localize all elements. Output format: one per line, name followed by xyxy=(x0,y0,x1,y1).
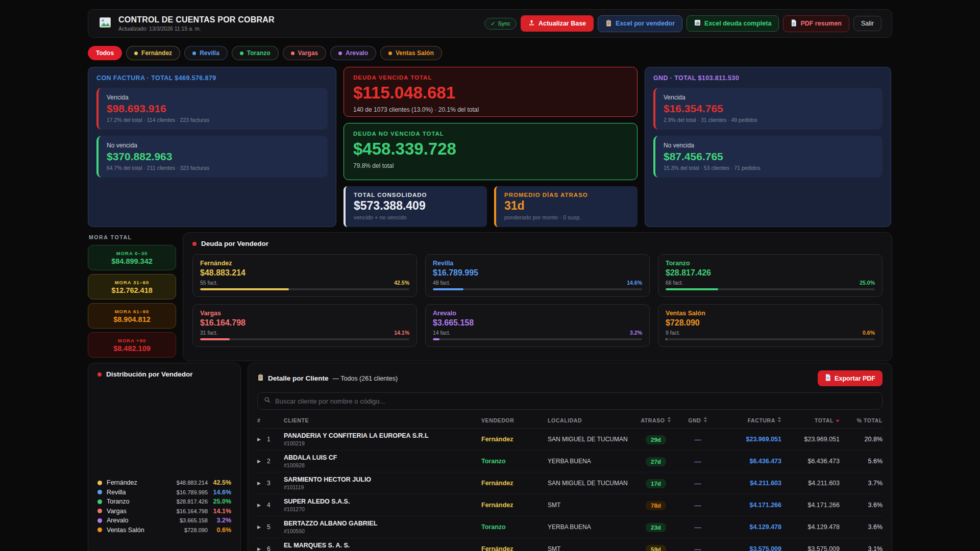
table-title: Detalle por Cliente xyxy=(268,374,329,382)
vendor-progress-fill xyxy=(200,338,230,340)
client-vendor: Fernández xyxy=(481,436,548,443)
vendor-progress-fill xyxy=(666,288,718,290)
vendor-filter-pill[interactable]: Todos xyxy=(88,46,122,60)
mora-bucket-card[interactable]: MORA 0–30 $84.899.342 xyxy=(88,245,176,270)
column-header[interactable]: LOCALIDAD xyxy=(548,417,630,423)
vendor-filter-pill[interactable]: Fernández xyxy=(126,46,180,60)
vendor-debt-card[interactable]: Revilla $16.789.995 48 fact. 14.6% xyxy=(425,254,650,297)
vendor-color-dot xyxy=(240,52,243,55)
legend-item[interactable]: Fernández $48.883.214 42.5% xyxy=(97,478,231,488)
expand-row-icon[interactable]: ▶ xyxy=(257,503,261,508)
gnd-title: GND · TOTAL $103.811.530 xyxy=(653,74,883,82)
client-locality: SAN MIGUEL DE TUCUMAN xyxy=(548,480,630,487)
upload-icon xyxy=(528,19,535,28)
sort-both-icon xyxy=(777,417,781,423)
atraso-badge: 23d xyxy=(646,523,666,532)
client-table-row[interactable]: ▶ 1 PANADERIA Y CONFITERIA LA EUROPEA S.… xyxy=(257,429,883,450)
con-factura-panel: CON FACTURA · TOTAL $469.576.879 Vencida… xyxy=(88,67,336,227)
row-number: 4 xyxy=(267,502,271,509)
vendor-progress-track xyxy=(433,288,642,290)
vendor-progress-fill xyxy=(433,338,439,340)
vendor-debt-card[interactable]: Fernández $48.883.214 55 fact. 42.5% xyxy=(192,254,417,297)
page-title: CONTROL DE CUENTAS POR COBRAR xyxy=(118,15,275,24)
check-icon: ✓ xyxy=(491,20,495,27)
mora-bucket-card[interactable]: MORA 31–60 $12.762.418 xyxy=(88,274,176,299)
expand-row-icon[interactable]: ▶ xyxy=(257,459,261,464)
vendor-debt-card[interactable]: Ventas Salón $728.090 9 fact. 0.6% xyxy=(658,304,883,347)
factura-value: $4.171.266 xyxy=(714,502,781,509)
legend-item[interactable]: Vargas $16.164.798 14.1% xyxy=(97,507,231,516)
sync-status-badge[interactable]: ✓ Sync xyxy=(484,18,517,30)
client-name: ABDALA LUIS CF xyxy=(284,454,481,461)
column-header[interactable]: VENDEDOR xyxy=(481,417,548,423)
column-header[interactable]: % TOTAL xyxy=(840,417,883,423)
vendor-filter-pill[interactable]: Toranzo xyxy=(232,46,279,60)
expand-row-icon[interactable]: ▶ xyxy=(257,481,261,486)
legend-item[interactable]: Arevalo $3.665.158 3.2% xyxy=(97,516,231,525)
vendor-filter-pill[interactable]: Arevalo xyxy=(330,46,376,60)
mora-bucket-card[interactable]: MORA 61–90 $8.904.812 xyxy=(88,303,176,329)
excel-por-vendedor-button[interactable]: Excel por vendedor xyxy=(598,15,682,32)
client-search-input[interactable] xyxy=(275,397,876,405)
total-value: $6.436.473 xyxy=(781,458,840,465)
vendor-color-dot xyxy=(134,52,138,55)
column-header[interactable]: CLIENTE xyxy=(284,417,481,423)
vendor-filter-pill[interactable]: Revilla xyxy=(184,46,228,60)
section-bullet-icon xyxy=(97,372,102,377)
column-header[interactable]: FACTURA xyxy=(714,417,781,423)
gnd-value: — xyxy=(681,545,714,551)
promedio-dias-atraso-card: PROMEDIO DÍAS ATRASO 31d ponderado por m… xyxy=(494,186,638,227)
client-vendor: Fernández xyxy=(481,502,548,509)
expand-row-icon[interactable]: ▶ xyxy=(257,524,261,530)
vendor-debt-card[interactable]: Toranzo $28.817.426 66 fact. 25.0% xyxy=(658,254,883,297)
excel-deuda-completa-button[interactable]: Excel deuda completa xyxy=(687,15,779,32)
detalle-cliente-panel: Detalle por Cliente — Todos (261 cliente… xyxy=(248,363,892,551)
atraso-badge: 29d xyxy=(646,435,666,444)
salir-button[interactable]: Salir xyxy=(853,16,881,31)
vendor-filter-pill[interactable]: Vargas xyxy=(283,46,326,60)
mora-total-label: MORA TOTAL xyxy=(89,234,176,240)
column-header[interactable]: TOTAL xyxy=(781,417,840,423)
column-header[interactable]: ATRASO xyxy=(630,417,681,423)
client-table-row[interactable]: ▶ 4 SUPER ALEDO S.A.S. #101270 Fernández… xyxy=(257,494,883,516)
vendor-progress-track xyxy=(433,338,642,340)
client-name: PANADERIA Y CONFITERIA LA EUROPEA S.R.L xyxy=(284,432,481,439)
document-icon xyxy=(791,19,797,28)
deuda-no-vencida-card: DEUDA NO VENCIDA TOTAL $458.339.728 79.8… xyxy=(344,123,638,180)
client-table-row[interactable]: ▶ 2 ABDALA LUIS CF #100928 Toranzo YERBA… xyxy=(257,450,883,472)
pct-total-value: 5.6% xyxy=(840,458,883,465)
expand-row-icon[interactable]: ▶ xyxy=(257,437,261,442)
column-header[interactable]: # xyxy=(257,417,284,423)
vendor-debt-card[interactable]: Arevalo $3.665.158 14 fact. 3.2% xyxy=(425,304,650,347)
atraso-badge: 78d xyxy=(646,501,666,510)
row-number: 3 xyxy=(267,480,271,487)
client-table-body: ▶ 1 PANADERIA Y CONFITERIA LA EUROPEA S.… xyxy=(257,429,883,551)
mora-bucket-card[interactable]: MORA +90 $8.482.109 xyxy=(88,332,176,358)
pie-chart-canvas xyxy=(97,378,231,478)
actualizar-base-button[interactable]: Actualizar Base xyxy=(521,15,594,32)
sort-desc-icon xyxy=(836,417,840,423)
legend-item[interactable]: Toranzo $28.817.426 25.0% xyxy=(97,497,231,507)
client-table-row[interactable]: ▶ 5 BERTAZZO ALBANO GABRIEL #100550 Tora… xyxy=(257,516,883,538)
client-table-row[interactable]: ▶ 3 SARMIENTO HECTOR JULIO #101119 Ferná… xyxy=(257,472,883,494)
pct-total-value: 3.7% xyxy=(840,480,883,487)
legend-item[interactable]: Ventas Salón $728.090 0.6% xyxy=(97,525,231,535)
vendor-color-dot xyxy=(338,52,342,55)
column-header[interactable]: GND xyxy=(681,417,714,423)
legend-color-dot xyxy=(97,528,102,532)
client-table-row[interactable]: ▶ 6 EL MARQUES S. A. S. #101406 Fernánde… xyxy=(257,538,883,551)
factura-value: $23.969.051 xyxy=(714,436,781,443)
mora-sidebar: MORA TOTAL MORA 0–30 $84.899.342 MORA 31… xyxy=(88,232,176,361)
stat-card: No vencida $87.456.765 15.3% del total ·… xyxy=(653,136,883,178)
vendor-filter-pill[interactable]: Ventas Salón xyxy=(380,46,442,60)
pdf-resumen-button[interactable]: PDF resumen xyxy=(783,15,849,32)
client-search-box xyxy=(257,392,883,410)
client-vendor: Toranzo xyxy=(481,458,548,465)
gnd-value: — xyxy=(681,436,714,443)
client-name: EL MARQUES S. A. S. xyxy=(284,542,481,549)
legend-item[interactable]: Revilla $16.789.995 14.6% xyxy=(97,488,231,497)
vendor-debt-card[interactable]: Vargas $16.164.798 31 fact. 14.1% xyxy=(192,304,417,347)
row-number: 6 xyxy=(267,545,271,551)
exportar-pdf-button[interactable]: Exportar PDF xyxy=(818,370,883,386)
expand-row-icon[interactable]: ▶ xyxy=(257,546,261,551)
